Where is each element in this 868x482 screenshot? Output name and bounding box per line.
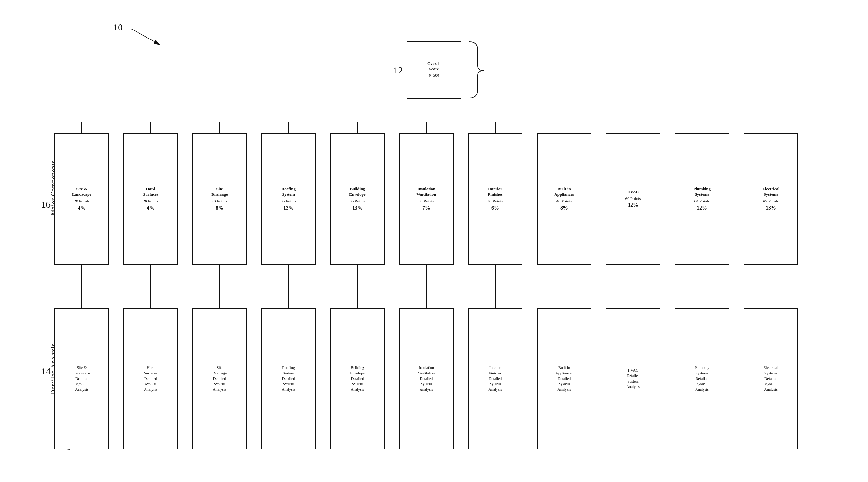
component-box-insulation-ventilation: InsulationVentilation 35 Points 7%	[399, 133, 454, 265]
component-box-hvac: HVAC 60 Points 12%	[606, 133, 660, 265]
detail-text-10: ElectricalSystemsDetailedSystemAnalysis	[764, 365, 778, 392]
detail-text-2: SiteDrainageDetailedSystemAnalysis	[213, 365, 227, 392]
comp-title-2: SiteDrainage	[211, 187, 227, 197]
comp-title-3: RoofingSystem	[281, 187, 296, 197]
comp-title-6: InteriorFinishes	[488, 187, 503, 197]
comp-title-10: ElectricalSystems	[762, 187, 779, 197]
component-box-interior-finishes: InteriorFinishes 30 Points 6%	[468, 133, 523, 265]
detail-box-hard-surfaces: HardSurfacesDetailedSystemAnalysis	[123, 308, 178, 449]
detail-text-7: Built inAppliancesDetailedSystemAnalysis	[556, 365, 573, 392]
detail-box-electrical-systems: ElectricalSystemsDetailedSystemAnalysis	[744, 308, 798, 449]
detail-box-built-in-appliances: Built inAppliancesDetailedSystemAnalysis	[537, 308, 591, 449]
comp-pct-4: 13%	[352, 205, 363, 211]
detail-text-4: BuildingEnvelopeDetailedSystemAnalysis	[350, 365, 365, 392]
overall-score-box: OverallScore 0–500	[407, 41, 461, 99]
comp-pct-5: 7%	[423, 205, 430, 211]
comp-title-1: HardSurfaces	[143, 187, 158, 197]
comp-title-7: Built inAppliances	[554, 187, 574, 197]
overall-score-title: OverallScore	[427, 61, 441, 72]
detail-text-3: RoofingSystemDetailedSystemAnalysis	[282, 365, 295, 392]
detail-text-8: HVACDetailedSystemAnalysis	[626, 368, 640, 389]
comp-points-8: 60 Points	[625, 196, 641, 201]
comp-points-4: 65 Points	[350, 199, 365, 204]
detail-box-roofing-system: RoofingSystemDetailedSystemAnalysis	[261, 308, 316, 449]
comp-title-9: PlumbingSystems	[693, 187, 711, 197]
comp-title-4: BuildingEnvelope	[349, 187, 365, 197]
diagram-container: 10 12 16 14 PAR Score Major Components D…	[0, 0, 868, 482]
par-score-brace	[469, 42, 484, 98]
component-box-building-envelope: BuildingEnvelope 65 Points 13%	[330, 133, 385, 265]
comp-pct-8: 12%	[628, 202, 638, 208]
comp-pct-0: 4%	[78, 205, 86, 211]
comp-pct-1: 4%	[147, 205, 155, 211]
detail-text-1: HardSurfacesDetailedSystemAnalysis	[144, 365, 157, 392]
detail-box-site-drainage: SiteDrainageDetailedSystemAnalysis	[192, 308, 247, 449]
detail-box-plumbing-systems: PlumbingSystemsDetailedSystemAnalysis	[675, 308, 729, 449]
component-box-site-landscape: Site &Landscape 20 Points 4%	[55, 133, 109, 265]
component-box-roofing-system: RoofingSystem 65 Points 13%	[261, 133, 316, 265]
comp-pct-10: 13%	[766, 205, 776, 211]
comp-pct-2: 8%	[216, 205, 223, 211]
detail-text-0: Site &LandscapeDetailedSystemAnalysis	[73, 365, 90, 392]
ref-number-16: 16	[41, 199, 51, 210]
comp-pct-6: 6%	[491, 205, 499, 211]
component-box-plumbing-systems: PlumbingSystems 60 Points 12%	[675, 133, 729, 265]
component-box-electrical-systems: ElectricalSystems 65 Points 13%	[744, 133, 798, 265]
detail-text-6: InteriorFinishesDetailedSystemAnalysis	[489, 365, 502, 392]
ref-number-10: 10	[113, 22, 123, 33]
detail-box-site-landscape: Site &LandscapeDetailedSystemAnalysis	[55, 308, 109, 449]
ref-number-14: 14	[41, 366, 51, 377]
comp-title-0: Site &Landscape	[72, 187, 91, 197]
detail-box-hvac: HVACDetailedSystemAnalysis	[606, 308, 660, 449]
comp-title-5: InsulationVentilation	[417, 187, 436, 197]
component-box-hard-surfaces: HardSurfaces 20 Points 4%	[123, 133, 178, 265]
comp-points-1: 20 Points	[143, 199, 159, 204]
comp-points-7: 40 Points	[556, 199, 572, 204]
detail-text-5: InsulationVentilationDetailedSystemAnaly…	[418, 365, 435, 392]
comp-points-3: 65 Points	[281, 199, 297, 204]
comp-points-0: 20 Points	[74, 199, 90, 204]
comp-pct-9: 12%	[697, 205, 707, 211]
detail-box-building-envelope: BuildingEnvelopeDetailedSystemAnalysis	[330, 308, 385, 449]
ref-10-arrow	[131, 29, 160, 45]
comp-pct-7: 8%	[560, 205, 568, 211]
comp-points-2: 40 Points	[212, 199, 227, 204]
detail-text-9: PlumbingSystemsDetailedSystemAnalysis	[694, 365, 710, 392]
comp-points-10: 65 Points	[763, 199, 779, 204]
comp-title-8: HVAC	[627, 189, 639, 195]
comp-pct-3: 13%	[283, 205, 293, 211]
comp-points-5: 35 Points	[418, 199, 434, 204]
detail-box-interior-finishes: InteriorFinishesDetailedSystemAnalysis	[468, 308, 523, 449]
ref-number-12: 12	[393, 65, 403, 76]
overall-score-range: 0–500	[429, 73, 439, 78]
comp-points-6: 30 Points	[488, 199, 503, 204]
comp-points-9: 60 Points	[694, 199, 710, 204]
component-box-site-drainage: SiteDrainage 40 Points 8%	[192, 133, 247, 265]
detail-box-insulation-ventilation: InsulationVentilationDetailedSystemAnaly…	[399, 308, 454, 449]
component-box-built-in-appliances: Built inAppliances 40 Points 8%	[537, 133, 591, 265]
